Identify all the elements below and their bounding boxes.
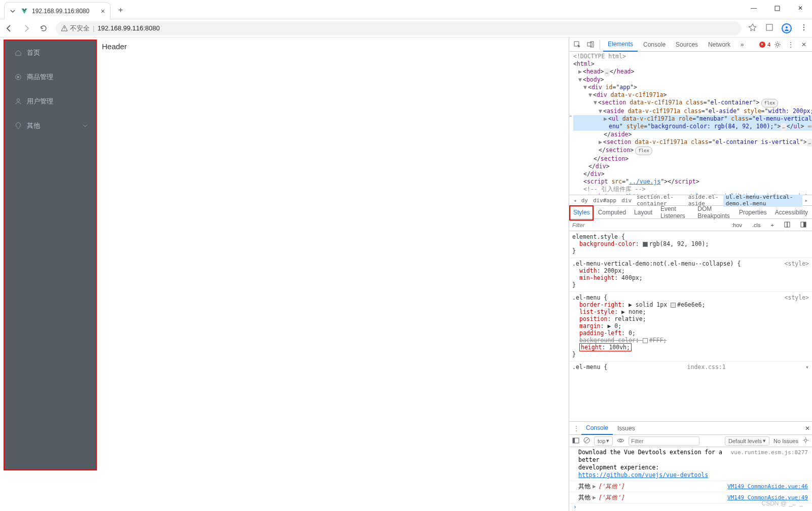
no-issues[interactable]: No Issues (773, 438, 798, 444)
svg-rect-0 (775, 6, 780, 11)
error-badge[interactable]: ✕4 (759, 42, 770, 48)
dock-icon[interactable] (798, 222, 809, 229)
context-selector[interactable]: top ▾ (594, 436, 613, 446)
tab-layout[interactable]: Layout (630, 206, 656, 219)
svg-rect-14 (787, 222, 790, 227)
styles-tabs: Styles Computed Layout Event Listeners D… (569, 206, 812, 219)
devtools-toolbar: Elements Console Sources Network » ✕4 ⋮ … (569, 38, 812, 52)
cls-toggle[interactable]: .cls (750, 222, 763, 228)
device-icon[interactable] (584, 39, 597, 51)
new-tab-button[interactable]: + (114, 3, 128, 17)
tab-console[interactable]: Console (639, 38, 670, 52)
watermark: CSDN @⎯⎽⎺⎯ (761, 500, 803, 507)
svg-rect-13 (785, 222, 787, 227)
svg-rect-2 (766, 24, 772, 30)
insecure-warning: 不安全 (61, 24, 90, 33)
url-box[interactable]: 不安全 | 192.168.99.116:8080 (56, 21, 741, 35)
svg-point-6 (803, 29, 804, 30)
sidebar-toggle-icon[interactable] (572, 437, 579, 445)
selected-node[interactable]: ▶<ul data-v-c1f1971a role="menubar" clas… (573, 115, 812, 123)
drawer-close-icon[interactable]: ✕ (805, 425, 810, 432)
location-icon (15, 122, 22, 129)
sidebar: 首页 商品管理 用户管理 其他 (5, 41, 96, 469)
svg-point-4 (803, 24, 804, 25)
menu-other[interactable]: 其他 (5, 114, 96, 138)
svg-point-8 (17, 99, 19, 101)
computed-toggle-icon[interactable] (782, 222, 793, 229)
tab-accessibility[interactable]: Accessibility (771, 206, 812, 219)
console-settings-icon[interactable] (802, 437, 809, 445)
tab-properties[interactable]: Properties (735, 206, 771, 219)
clear-console-icon[interactable] (583, 437, 590, 445)
svg-point-3 (786, 26, 788, 28)
vue-icon (21, 8, 28, 15)
devtools-panel: Elements Console Sources Network » ✕4 ⋮ … (569, 38, 812, 511)
page-header-text: Header (102, 42, 127, 51)
svg-point-1 (64, 29, 64, 30)
log-levels[interactable]: Default levels ▾ (725, 436, 769, 446)
menu-users[interactable]: 用户管理 (5, 89, 96, 114)
tab-title: 192.168.99.116:8080 (32, 8, 97, 15)
sidebar-highlight: 首页 商品管理 用户管理 其他 (4, 40, 97, 470)
tab-dom-bp[interactable]: DOM Breakpoints (693, 206, 735, 219)
address-bar: 不安全 | 192.168.99.116:8080 (0, 19, 812, 38)
tab-sources[interactable]: Sources (671, 38, 703, 52)
tab-network[interactable]: Network (704, 38, 735, 52)
svg-point-12 (777, 43, 779, 46)
console-drawer: ⋮ Console Issues ✕ top ▾ Default levels … (569, 421, 812, 511)
browser-tab[interactable]: 192.168.99.116:8080 × (4, 2, 110, 19)
maximize-button[interactable] (765, 0, 789, 16)
tab-elements[interactable]: Elements (603, 38, 638, 52)
ellipsis-icon[interactable]: ⋯ (569, 113, 572, 120)
user-icon (15, 98, 22, 105)
menu-icon[interactable] (800, 23, 808, 33)
tab-computed[interactable]: Computed (594, 206, 630, 219)
tab-styles[interactable]: Styles (569, 206, 594, 219)
svg-point-5 (803, 27, 804, 28)
console-filter-input[interactable] (629, 436, 699, 446)
window-titlebar: 192.168.99.116:8080 × + — ✕ (0, 0, 812, 19)
drawer-kebab-icon[interactable]: ⋮ (571, 425, 581, 432)
new-rule-icon[interactable]: + (768, 222, 777, 228)
hov-toggle[interactable]: :hov (729, 222, 745, 228)
drawer-tab-issues[interactable]: Issues (613, 422, 640, 435)
back-button[interactable] (4, 23, 14, 33)
drawer-tab-console[interactable]: Console (581, 422, 613, 435)
url-text: 192.168.99.116:8080 (97, 24, 160, 32)
svg-rect-18 (573, 438, 575, 443)
menu-home-label: 首页 (27, 48, 40, 57)
annotation-highlight: height: 100vh; (579, 343, 632, 351)
menu-other-label: 其他 (27, 121, 40, 130)
menu-products[interactable]: 商品管理 (5, 65, 96, 89)
styles-filter-input[interactable] (569, 222, 729, 228)
chevron-down-icon[interactable] (9, 7, 17, 15)
window-controls: — ✕ (742, 0, 812, 16)
close-icon[interactable]: × (101, 7, 105, 15)
minimize-button[interactable]: — (742, 0, 765, 16)
styles-rules[interactable]: element.style { background-color: rgb(84… (569, 231, 812, 421)
extensions-icon[interactable] (765, 23, 773, 33)
menu-users-label: 用户管理 (27, 97, 53, 106)
styles-filter-bar: :hov .cls + (569, 219, 812, 231)
bookmark-icon[interactable] (748, 23, 757, 33)
breadcrumb[interactable]: ◂ dy div#app div section.el-container as… (569, 195, 812, 206)
settings-icon[interactable] (771, 39, 784, 51)
home-icon (15, 49, 22, 56)
tab-listeners[interactable]: Event Listeners (656, 206, 693, 219)
kebab-icon[interactable]: ⋮ (785, 39, 797, 51)
devtools-close-icon[interactable]: ✕ (798, 39, 810, 51)
elements-tree[interactable]: <!DOCTYPE html> <html> ▶<head>…</head> ▼… (569, 52, 812, 195)
inspect-icon[interactable] (571, 39, 583, 51)
eye-icon[interactable] (617, 438, 624, 444)
tree-doctype: <!DOCTYPE html> (573, 53, 812, 60)
svg-rect-16 (803, 222, 806, 227)
more-tabs-icon[interactable]: » (736, 39, 748, 51)
warning-icon (61, 25, 68, 32)
menu-products-label: 商品管理 (27, 72, 53, 82)
profile-avatar[interactable] (782, 23, 792, 33)
forward-button[interactable] (21, 23, 31, 33)
play-icon (15, 74, 22, 81)
reload-button[interactable] (39, 23, 49, 33)
menu-home[interactable]: 首页 (5, 41, 96, 65)
window-close-button[interactable]: ✕ (789, 0, 812, 16)
